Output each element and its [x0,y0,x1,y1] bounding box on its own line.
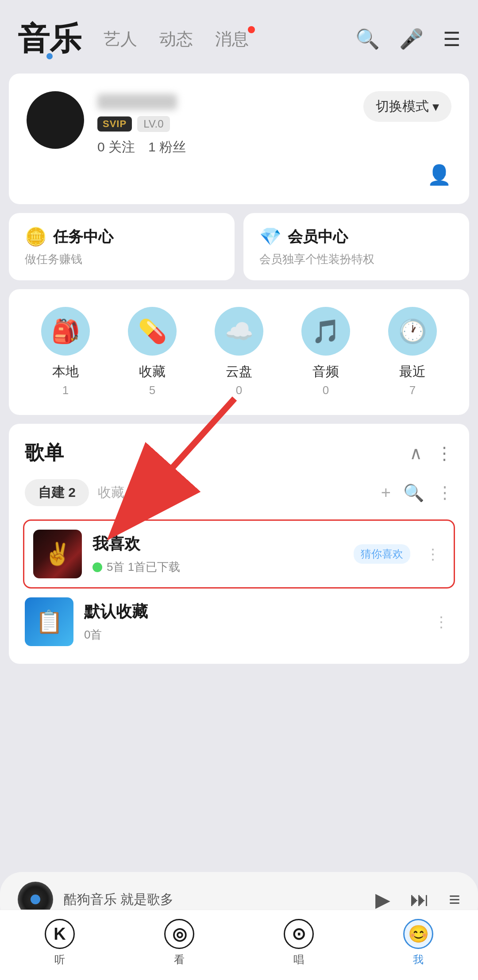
nav-icon-group: 🔍 🎤 ☰ [355,27,460,50]
player-track-info[interactable]: 酷狗音乐 就是歌多 [64,891,365,909]
level-badge: LV.0 [137,116,170,132]
playlist-item-default[interactable]: 📋 默认收藏 0首 ⋮ [25,589,453,655]
local-icon: 🎒 [41,307,90,356]
nav-watch[interactable]: ◎ 看 [157,919,201,967]
library-favorites[interactable]: 💊 收藏 5 [128,307,177,397]
library-audio[interactable]: 🎵 音频 0 [301,307,350,397]
following-count[interactable]: 0 关注 [97,138,135,156]
switch-mode-button[interactable]: 切换模式 ▾ [363,91,451,122]
watch-label: 看 [174,953,185,967]
library-card: 🎒 本地 1 💊 收藏 5 ☁️ 云盘 0 🎵 音频 0 🕐 最 [9,289,469,415]
audio-label: 音频 [312,363,339,381]
nav-dynamic[interactable]: 动态 [159,28,193,50]
playlist-name-default: 默认收藏 [84,601,419,623]
playlist-info-default: 默认收藏 0首 [84,601,419,643]
play-button[interactable]: ▶ [375,888,390,911]
recent-label: 最近 [399,363,426,381]
playlist-thumb-default: 📋 [25,597,73,646]
playlist-more-liked[interactable]: ⋮ [421,541,445,567]
library-recent[interactable]: 🕐 最近 7 [388,307,437,397]
vip-center-icon: 💎 [259,226,281,247]
favorites-label: 收藏 [139,363,166,381]
bottom-navigation: K 听 ◎ 看 ⊙ 唱 😊 我 [0,910,478,980]
menu-icon[interactable]: ☰ [443,28,460,50]
svip-badge: SVIP [97,116,132,132]
library-local[interactable]: 🎒 本地 1 [41,307,90,397]
profile-card: SVIP LV.0 0 关注 1 粉丝 切换模式 ▾ [9,74,469,204]
playlist-section-title: 歌单 [25,440,64,466]
followers-count[interactable]: 1 粉丝 [148,138,186,156]
profile-badges: SVIP LV.0 [97,116,350,132]
add-playlist-icon[interactable]: + [381,483,391,502]
me-icon: 😊 [403,919,433,949]
library-cloud[interactable]: ☁️ 云盘 0 [215,307,263,397]
feature-row: 🪙 任务中心 做任务赚钱 💎 会员中心 会员独享个性装扮特权 [9,213,469,280]
task-center-card[interactable]: 🪙 任务中心 做任务赚钱 [9,213,235,280]
tab-collected[interactable]: 收藏 [98,484,124,502]
app-title-dot [46,53,53,59]
vip-center-title: 会员中心 [288,227,348,247]
playlist-meta-liked: 5首 1首已下载 [93,559,343,575]
vip-center-card[interactable]: 💎 会员中心 会员独享个性装扮特权 [243,213,469,280]
profile-info: SVIP LV.0 0 关注 1 粉丝 [97,91,350,156]
playlist-info-liked: 我喜欢 5首 1首已下载 [93,533,343,575]
recent-icon: 🕐 [388,307,437,356]
playlist-thumb-liked: ✌️ [33,530,82,578]
tab-actions: + 🔍 ⋮ [381,483,453,503]
me-label: 我 [413,953,424,967]
app-title: 音乐 [18,18,81,60]
search-playlist-icon[interactable]: 🔍 [403,483,424,503]
main-content: SVIP LV.0 0 关注 1 粉丝 切换模式 ▾ [0,69,478,668]
avatar[interactable] [27,91,84,149]
profile-bottom: 👤 [27,163,451,186]
profile-stats: 0 关注 1 粉丝 [97,138,350,156]
favorites-count: 5 [149,383,155,397]
watch-icon: ◎ [164,919,194,949]
playlist-more-default[interactable]: ⋮ [429,608,453,635]
playlist-button[interactable]: ≡ [449,888,460,910]
audio-icon: 🎵 [301,307,350,356]
profile-top: SVIP LV.0 0 关注 1 粉丝 切换模式 ▾ [27,91,451,156]
nav-listen[interactable]: K 听 [38,919,82,967]
playlist-item-liked[interactable]: ✌️ 我喜欢 5首 1首已下载 猜你喜欢 ⋮ [23,519,455,589]
profile-name [97,94,177,110]
library-icons-row: 🎒 本地 1 💊 收藏 5 ☁️ 云盘 0 🎵 音频 0 🕐 最 [22,307,456,397]
playlist-tabs: 自建 2 收藏 + 🔍 ⋮ [25,479,453,506]
nav-me[interactable]: 😊 我 [396,919,440,967]
local-label: 本地 [52,363,79,381]
vip-center-header: 💎 会员中心 [259,226,453,247]
local-count: 1 [62,383,69,397]
recent-count: 7 [409,383,416,397]
download-indicator [93,562,102,572]
playlist-tag-liked[interactable]: 猜你喜欢 [354,544,410,564]
nav-sing[interactable]: ⊙ 唱 [277,919,321,967]
collapse-icon[interactable]: ∧ [409,443,422,463]
search-icon[interactable]: 🔍 [355,27,380,50]
task-center-desc: 做任务赚钱 [25,252,219,267]
next-button[interactable]: ⏭ [410,888,429,910]
more-playlist-icon[interactable]: ⋮ [436,483,453,503]
audio-count: 0 [323,383,329,397]
follow-button[interactable]: 👤 [427,163,451,186]
favorites-icon: 💊 [128,307,177,356]
cloud-count: 0 [236,383,242,397]
nav-artists[interactable]: 艺人 [104,28,137,50]
listen-icon: K [45,919,75,949]
nav-links: 艺人 动态 消息 [104,28,355,50]
microphone-icon[interactable]: 🎤 [399,27,424,50]
playlist-header: 歌单 ∧ ⋮ [25,440,453,466]
task-center-header: 🪙 任务中心 [25,226,219,247]
nav-messages[interactable]: 消息 [215,28,249,50]
cloud-icon: ☁️ [215,307,263,356]
playlist-more-icon[interactable]: ⋮ [436,443,453,463]
default-thumb-icon: 📋 [35,609,63,635]
liked-thumb-icon: ✌️ [44,541,71,567]
top-navigation: 音乐 艺人 动态 消息 🔍 🎤 ☰ [0,0,478,69]
playlist-header-icons: ∧ ⋮ [409,443,453,463]
tab-created[interactable]: 自建 2 [25,479,89,506]
playlist-name-liked: 我喜欢 [93,533,343,555]
sing-icon: ⊙ [284,919,314,949]
task-center-title: 任务中心 [53,227,113,247]
cloud-label: 云盘 [226,363,252,381]
playlist-meta-default: 0首 [84,627,419,643]
